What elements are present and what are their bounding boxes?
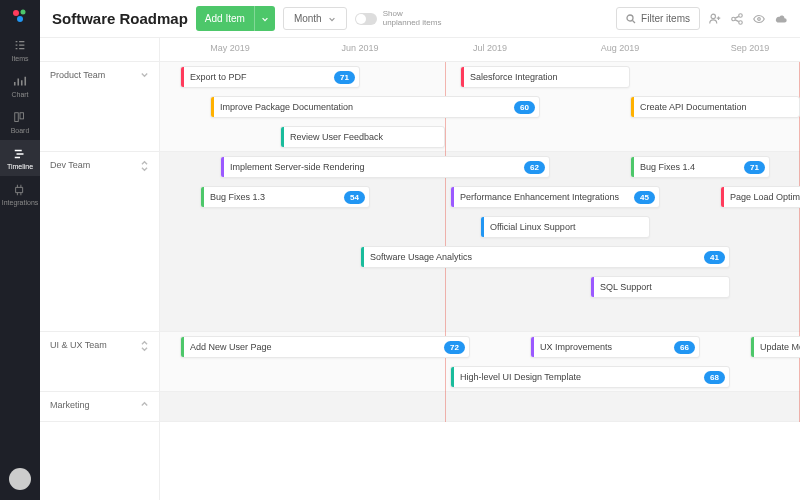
item-label: Official Linux Support bbox=[484, 222, 649, 232]
month-label: May 2019 bbox=[210, 43, 250, 53]
app-logo-icon bbox=[12, 8, 28, 24]
share-icon[interactable] bbox=[730, 12, 744, 26]
roadmap-item[interactable]: Page Load Optimization bbox=[720, 186, 800, 208]
roadmap-item[interactable]: Review User Feedback bbox=[280, 126, 445, 148]
item-label: Update Menu Layout bbox=[754, 342, 800, 352]
lane bbox=[160, 392, 800, 422]
item-badge: 45 bbox=[634, 191, 655, 204]
item-label: Export to PDF bbox=[184, 72, 334, 82]
lane-headers: Product TeamDev TeamUI & UX TeamMarketin… bbox=[40, 38, 160, 500]
item-label: SQL Support bbox=[594, 282, 729, 292]
item-label: Bug Fixes 1.4 bbox=[634, 162, 744, 172]
nav-integrations[interactable]: Integrations bbox=[0, 176, 40, 212]
list-icon bbox=[13, 39, 27, 53]
timeline-icon bbox=[13, 147, 27, 161]
item-badge: 54 bbox=[344, 191, 365, 204]
roadmap-item[interactable]: Add New User Page72 bbox=[180, 336, 470, 358]
expand-icon[interactable] bbox=[140, 400, 149, 411]
integrations-icon bbox=[13, 183, 27, 197]
roadmap-item[interactable]: Software Usage Analytics41 bbox=[360, 246, 730, 268]
roadmap-item[interactable]: Official Linux Support bbox=[480, 216, 650, 238]
roadmap-item[interactable]: Export to PDF71 bbox=[180, 66, 360, 88]
item-label: Bug Fixes 1.3 bbox=[204, 192, 344, 202]
svg-rect-4 bbox=[20, 112, 24, 118]
user-avatar[interactable] bbox=[9, 468, 31, 490]
svg-point-9 bbox=[739, 20, 743, 24]
item-label: Salesforce Integration bbox=[464, 72, 629, 82]
unplanned-toggle[interactable] bbox=[355, 13, 377, 25]
lane bbox=[160, 152, 800, 332]
item-badge: 71 bbox=[744, 161, 765, 174]
roadmap-item[interactable]: Bug Fixes 1.471 bbox=[630, 156, 770, 178]
item-badge: 41 bbox=[704, 251, 725, 264]
item-label: Performance Enhancement Integrations bbox=[454, 192, 634, 202]
lane-header: Product Team bbox=[40, 62, 159, 152]
roadmap-item[interactable]: Salesforce Integration bbox=[460, 66, 630, 88]
roadmap-item[interactable]: Create API Documentation bbox=[630, 96, 800, 118]
item-label: Page Load Optimization bbox=[724, 192, 800, 202]
lane-header: Dev Team bbox=[40, 152, 159, 332]
side-nav: ItemsChartBoardTimelineIntegrations bbox=[0, 0, 40, 500]
item-badge: 62 bbox=[524, 161, 545, 174]
add-user-icon[interactable] bbox=[708, 12, 722, 26]
item-badge: 71 bbox=[334, 71, 355, 84]
item-label: Implement Server-side Rendering bbox=[224, 162, 524, 172]
item-label: Review User Feedback bbox=[284, 132, 444, 142]
month-label: Aug 2019 bbox=[601, 43, 640, 53]
svg-point-8 bbox=[739, 13, 743, 17]
roadmap-item[interactable]: UX Improvements66 bbox=[530, 336, 700, 358]
item-badge: 60 bbox=[514, 101, 535, 114]
chart-icon bbox=[13, 75, 27, 89]
month-label: Jun 2019 bbox=[341, 43, 378, 53]
item-label: UX Improvements bbox=[534, 342, 674, 352]
item-badge: 66 bbox=[674, 341, 695, 354]
unplanned-toggle-label: Showunplanned items bbox=[383, 10, 442, 28]
svg-point-7 bbox=[732, 17, 736, 21]
item-label: Improve Package Documentation bbox=[214, 102, 514, 112]
nav-items[interactable]: Items bbox=[0, 32, 40, 68]
page-title: Software Roadmap bbox=[52, 10, 188, 27]
svg-point-10 bbox=[758, 17, 761, 20]
lane-header: Marketing bbox=[40, 392, 159, 422]
roadmap-item[interactable]: Bug Fixes 1.354 bbox=[200, 186, 370, 208]
nav-chart[interactable]: Chart bbox=[0, 68, 40, 104]
item-label: Add New User Page bbox=[184, 342, 444, 352]
add-item-button[interactable]: Add Item bbox=[196, 6, 254, 31]
eye-icon[interactable] bbox=[752, 12, 766, 26]
svg-point-6 bbox=[711, 14, 715, 18]
roadmap-item[interactable]: Performance Enhancement Integrations45 bbox=[450, 186, 660, 208]
filter-button[interactable]: Filter items bbox=[616, 7, 700, 30]
item-label: Software Usage Analytics bbox=[364, 252, 704, 262]
timeline-grid[interactable]: May 2019Jun 2019Jul 2019Aug 2019Sep 2019… bbox=[160, 38, 800, 500]
item-badge: 68 bbox=[704, 371, 725, 384]
month-label: Jul 2019 bbox=[473, 43, 507, 53]
lane-header: UI & UX Team bbox=[40, 332, 159, 392]
month-label: Sep 2019 bbox=[731, 43, 770, 53]
header: Software Roadmap Add Item Month Showunpl… bbox=[40, 0, 800, 38]
roadmap-item[interactable]: High-level UI Design Template68 bbox=[450, 366, 730, 388]
svg-rect-3 bbox=[15, 112, 19, 121]
item-badge: 72 bbox=[444, 341, 465, 354]
expand-icon[interactable] bbox=[140, 160, 149, 174]
nav-board[interactable]: Board bbox=[0, 104, 40, 140]
nav-timeline[interactable]: Timeline bbox=[0, 140, 40, 176]
timeline-header: May 2019Jun 2019Jul 2019Aug 2019Sep 2019… bbox=[160, 38, 800, 62]
board-icon bbox=[13, 111, 27, 125]
svg-point-1 bbox=[21, 10, 26, 15]
roadmap-item[interactable]: Update Menu Layout bbox=[750, 336, 800, 358]
cloud-download-icon[interactable] bbox=[774, 12, 788, 26]
svg-point-2 bbox=[17, 16, 23, 22]
expand-icon[interactable] bbox=[140, 340, 149, 354]
svg-point-5 bbox=[627, 15, 633, 21]
svg-point-0 bbox=[13, 10, 19, 16]
roadmap-item[interactable]: Improve Package Documentation60 bbox=[210, 96, 540, 118]
expand-icon[interactable] bbox=[140, 70, 149, 81]
add-item-dropdown[interactable] bbox=[254, 6, 275, 31]
item-label: Create API Documentation bbox=[634, 102, 799, 112]
roadmap-item[interactable]: Implement Server-side Rendering62 bbox=[220, 156, 550, 178]
item-label: High-level UI Design Template bbox=[454, 372, 704, 382]
roadmap-item[interactable]: SQL Support bbox=[590, 276, 730, 298]
view-selector[interactable]: Month bbox=[283, 7, 347, 30]
